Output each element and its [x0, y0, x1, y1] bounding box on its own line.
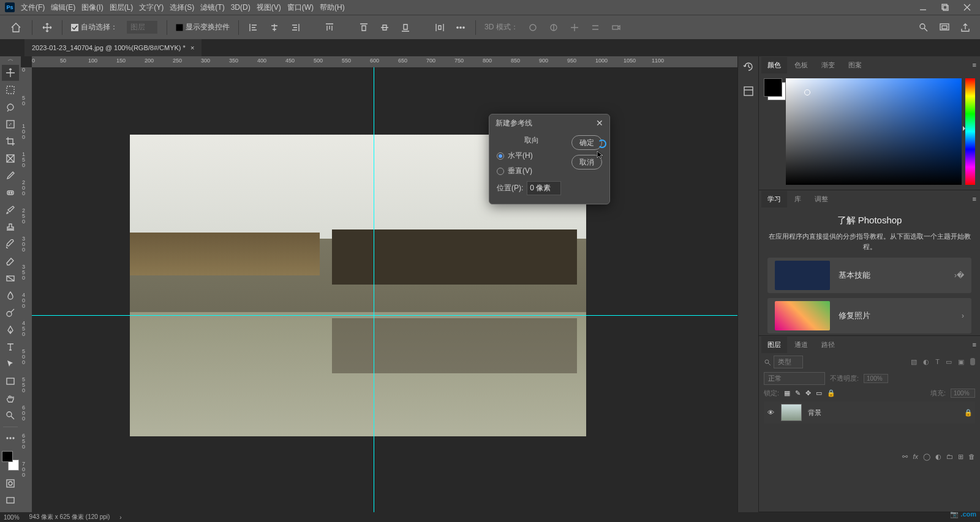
- pen-tool[interactable]: [2, 322, 19, 338]
- type-tool[interactable]: [2, 339, 19, 355]
- tab-swatches[interactable]: 色板: [788, 57, 814, 73]
- hue-indicator[interactable]: [963, 126, 965, 131]
- lasso-tool[interactable]: [2, 99, 19, 115]
- marquee-tool[interactable]: [2, 82, 19, 98]
- dialog-titlebar[interactable]: 新建参考线 ✕: [489, 114, 609, 132]
- vertical-ruler[interactable]: 05 01 0 01 5 02 0 02 5 03 0 03 5 04 0 04…: [21, 67, 32, 512]
- color-swatches[interactable]: [2, 451, 19, 471]
- layer-mask-icon[interactable]: ◯: [923, 453, 930, 461]
- stamp-tool[interactable]: [2, 219, 19, 235]
- tab-patterns[interactable]: 图案: [842, 57, 868, 73]
- move-tool-icon[interactable]: [41, 21, 53, 34]
- canvas[interactable]: [32, 67, 737, 512]
- horizontal-guide[interactable]: [32, 315, 737, 316]
- fill-input[interactable]: 100%: [951, 389, 975, 398]
- menu-window[interactable]: 窗口(W): [287, 2, 314, 13]
- filter-type-icon[interactable]: T: [935, 358, 940, 366]
- menu-file[interactable]: 文件(F): [21, 2, 45, 13]
- eyedropper-tool[interactable]: [2, 168, 19, 184]
- align-top-icon[interactable]: [323, 21, 336, 34]
- screenmode-icon[interactable]: [938, 21, 951, 34]
- link-layers-icon[interactable]: ⚯: [902, 453, 908, 461]
- menu-edit[interactable]: 编辑(E): [51, 2, 75, 13]
- align-left-icon[interactable]: [247, 21, 260, 34]
- menu-layer[interactable]: 图层(L): [110, 2, 134, 13]
- tab-color[interactable]: 颜色: [761, 57, 787, 73]
- dodge-tool[interactable]: [2, 305, 19, 321]
- doc-info[interactable]: 943 像素 x 625 像素 (120 ppi): [29, 513, 110, 521]
- ok-button[interactable]: 确定: [571, 135, 602, 150]
- history-panel-icon[interactable]: [742, 60, 755, 73]
- brush-tool[interactable]: [2, 202, 19, 218]
- auto-select-checkbox[interactable]: 自动选择：: [71, 22, 118, 32]
- horizontal-ruler[interactable]: 0501001502002503003504004505005506006507…: [32, 56, 737, 67]
- lock-artboard-icon[interactable]: ▭: [816, 389, 822, 397]
- tab-close-icon[interactable]: ×: [190, 44, 194, 51]
- minimize-button[interactable]: [915, 2, 931, 13]
- share-icon[interactable]: [959, 21, 971, 34]
- radio-vertical[interactable]: 垂直(V): [497, 166, 567, 176]
- lock-position-icon[interactable]: ✎: [795, 389, 801, 397]
- history-brush-tool[interactable]: [2, 236, 19, 252]
- radio-horizontal[interactable]: 水平(H): [497, 151, 567, 161]
- layer-filter[interactable]: 类型: [764, 356, 907, 368]
- eraser-tool[interactable]: [2, 253, 19, 269]
- document-tab[interactable]: 2023-01-23_140704.jpg @ 100%(RGB/8#/CMYK…: [24, 39, 202, 56]
- menu-select[interactable]: 选择(S): [170, 2, 194, 13]
- tab-channels[interactable]: 通道: [788, 337, 814, 353]
- more-align-icon[interactable]: [454, 21, 467, 34]
- lock-icon[interactable]: 🔒: [964, 409, 973, 417]
- menu-3d[interactable]: 3D(D): [231, 3, 251, 12]
- color-picker-ring[interactable]: [804, 89, 810, 95]
- doc-info-chevron-icon[interactable]: ›: [119, 514, 121, 521]
- panel-menu-icon[interactable]: ≡: [973, 195, 976, 203]
- hue-slider[interactable]: [965, 78, 975, 185]
- tab-adjustments[interactable]: 调整: [809, 191, 834, 207]
- tab-layers[interactable]: 图层: [761, 337, 787, 353]
- menu-type[interactable]: 文字(Y): [139, 2, 164, 13]
- new-layer-icon[interactable]: ⊞: [958, 453, 963, 461]
- align-right-icon[interactable]: [289, 21, 301, 34]
- edit-toolbar-icon[interactable]: [2, 430, 19, 446]
- move-tool[interactable]: [2, 65, 19, 81]
- menu-help[interactable]: 帮助(H): [320, 2, 345, 13]
- position-input[interactable]: 0 像素: [527, 181, 561, 195]
- layer-fx-icon[interactable]: fx: [913, 453, 918, 461]
- show-transform-checkbox[interactable]: 显示变换控件: [176, 22, 230, 32]
- saturation-field[interactable]: [786, 78, 962, 185]
- lock-pixels-icon[interactable]: ▦: [784, 389, 790, 397]
- distribute-icon[interactable]: [434, 21, 446, 34]
- zoom-tool[interactable]: [2, 408, 19, 423]
- learn-card-retouch[interactable]: 修复照片 ›: [767, 298, 971, 334]
- fg-color-swatch[interactable]: [2, 451, 13, 462]
- filter-shape-icon[interactable]: ▭: [946, 358, 952, 366]
- filter-pixel-icon[interactable]: ▧: [911, 358, 917, 366]
- menu-image[interactable]: 图像(I): [81, 2, 103, 13]
- layer-thumbnail[interactable]: [781, 404, 802, 421]
- magic-wand-tool[interactable]: [2, 116, 19, 132]
- filter-kind-dropdown[interactable]: 类型: [774, 356, 803, 368]
- panel-menu-icon[interactable]: ≡: [973, 61, 976, 69]
- align-vtop-icon[interactable]: [358, 21, 370, 34]
- rectangle-tool[interactable]: [2, 373, 19, 389]
- align-center-h-icon[interactable]: [268, 21, 281, 34]
- filter-smart-icon[interactable]: ▣: [958, 358, 964, 366]
- screenmode-tool-icon[interactable]: [2, 493, 19, 509]
- dialog-close-icon[interactable]: ✕: [596, 118, 603, 128]
- crop-tool[interactable]: [2, 133, 19, 149]
- align-vcenter-icon[interactable]: [379, 21, 391, 34]
- properties-panel-icon[interactable]: [742, 84, 755, 98]
- lock-move-icon[interactable]: ✥: [805, 389, 811, 397]
- menu-filter[interactable]: 滤镜(T): [200, 2, 224, 13]
- close-button[interactable]: [959, 2, 975, 13]
- vertical-guide[interactable]: [374, 67, 374, 512]
- home-button[interactable]: [9, 20, 23, 35]
- tab-paths[interactable]: 路径: [815, 337, 841, 353]
- blur-tool[interactable]: [2, 288, 19, 304]
- quickmask-icon[interactable]: [2, 475, 19, 491]
- frame-tool[interactable]: [2, 151, 19, 166]
- heal-tool[interactable]: [2, 185, 19, 201]
- panel-menu-icon[interactable]: ≡: [973, 341, 976, 348]
- tab-gradients[interactable]: 渐变: [815, 57, 841, 73]
- group-icon[interactable]: 🗀: [946, 453, 953, 461]
